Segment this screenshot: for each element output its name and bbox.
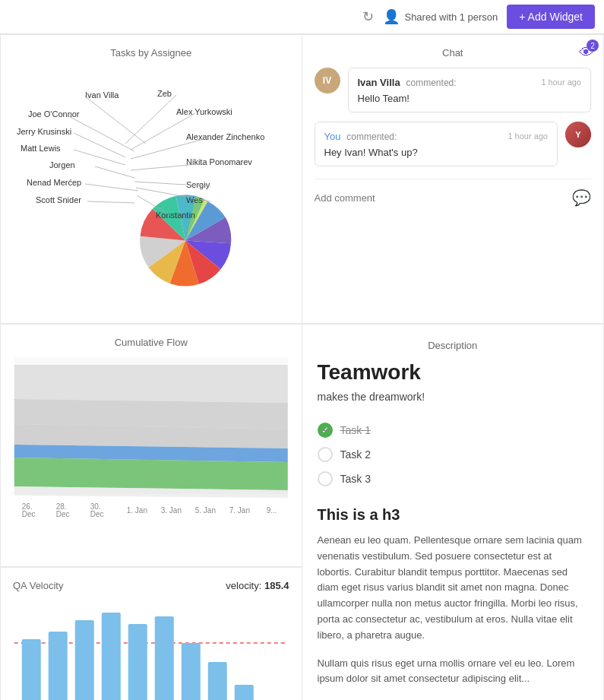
svg-text:1. Jan: 1. Jan [127,506,147,515]
task-item-3: Task 3 [318,467,589,491]
chat-panel-title: Chat [315,47,592,59]
task-check-1[interactable]: ✓ [318,423,333,438]
svg-text:7. Jan: 7. Jan [229,506,250,515]
svg-line-6 [87,201,134,203]
svg-text:Dec: Dec [22,510,36,517]
chat-eye-badge: 👁 2 [579,44,594,62]
tasks-panel-title: Tasks by Assignee [13,47,289,59]
comment-icon: 💬 [572,188,591,207]
svg-rect-28 [49,632,68,700]
shared-badge: 👤 Shared with 1 person [383,8,498,25]
label-scott: Scott Snider [36,195,81,204]
task-label-3: Task 3 [340,473,371,485]
svg-rect-33 [182,643,201,700]
desc-panel: Description Teamwork makes the dreamwork… [302,324,605,700]
velocity-title: QA Velocity [13,580,63,591]
message-text-1: Hello Team! [358,93,582,104]
svg-rect-27 [22,639,41,700]
velocity-header: QA Velocity velocity: 185.4 [13,580,289,591]
label-nikita: Nikita Ponomarev [186,157,252,166]
chat-message-1: IV Ivan Villa commented: 1 hour ago Hell… [315,68,592,112]
message-text-2: Hey Ivan! What's up? [324,147,549,158]
chat-message-2: You commented: 1 hour ago Hey Ivan! What… [315,122,592,166]
label-jerry: Jerry Krusinski [17,127,71,136]
svg-line-8 [131,113,195,150]
svg-line-0 [85,97,146,144]
svg-rect-29 [75,620,94,700]
svg-line-1 [66,115,134,151]
desc-body-1: Aenean eu leo quam. Pellentesque ornare … [318,533,589,644]
svg-rect-32 [155,616,174,700]
svg-line-3 [74,150,125,165]
message-bubble-2: You commented: 1 hour ago Hey Ivan! What… [315,122,558,166]
label-ivan: Ivan Villa [85,90,119,100]
label-alex-y: Alex Yurkowski [176,107,232,116]
velocity-panel: QA Velocity velocity: 185.4 [0,567,302,700]
label-nenad: Nenad Merćep [27,178,81,187]
label-joe: Joe O'Connor [28,109,80,119]
avatar-ivan: IV [315,68,340,93]
pie-chart [128,184,242,298]
label-sergiy: Sergiy [186,180,210,189]
add-comment-input[interactable] [315,192,565,204]
top-bar: ↻ 👤 Shared with 1 person + Add Widget [0,0,604,34]
svg-line-9 [131,138,207,159]
svg-rect-34 [208,662,227,700]
label-zeb: Zeb [157,89,172,98]
desc-body-2: Nullam quis risus eget urna mollis ornar… [318,656,589,688]
message-author-2: You [324,131,341,142]
tasks-panel: Tasks by Assignee [0,34,302,324]
desc-subtitle: makes the dreamwork! [318,391,589,403]
svg-text:5. Jan: 5. Jan [195,506,216,515]
svg-line-4 [95,166,134,178]
eye-icon-wrapper: 👁 2 [579,44,594,62]
svg-line-2 [74,133,125,157]
message-commented-1: commented: [406,78,457,88]
message-author-1: Ivan Villa [358,77,400,88]
main-grid: Tasks by Assignee [0,34,604,700]
add-widget-button[interactable]: + Add Widget [507,5,595,29]
chat-messages: IV Ivan Villa commented: 1 hour ago Hell… [315,68,592,166]
shared-label: Shared with 1 person [404,11,498,23]
label-wes: Wes [186,195,203,204]
message-time-2: 1 hour ago [508,131,548,141]
velocity-number: 185.4 [264,580,289,591]
svg-line-7 [125,95,176,144]
velocity-label: velocity: [226,580,261,591]
message-bubble-1: Ivan Villa commented: 1 hour ago Hello T… [348,68,592,112]
task-item-2: Task 2 [318,442,589,467]
task-label-2: Task 2 [340,448,371,461]
velocity-value: velocity: 185.4 [226,580,289,591]
svg-rect-31 [128,624,147,700]
pie-chart-area: Ivan Villa Joe O'Connor Jerry Krusinski … [13,68,289,311]
refresh-icon[interactable]: ↻ [362,8,374,25]
velocity-svg [13,597,289,700]
task-check-2[interactable] [318,447,333,462]
svg-text:Dec: Dec [56,510,70,517]
task-list: ✓ Task 1 Task 2 Task 3 [318,418,589,491]
message-time-1: 1 hour ago [541,78,581,87]
cumflow-chart: 26. Dec 28. Dec 30. Dec 1. Jan 3. Jan 5.… [13,357,289,524]
svg-text:3. Jan: 3. Jan [161,506,182,515]
svg-text:9...: 9... [267,506,277,515]
avatar-you: Y [565,122,591,147]
label-jorgen: Jorgen [49,160,75,169]
label-alexander: Alexander Zinchenko [186,132,264,141]
cumflow-svg: 26. Dec 28. Dec 30. Dec 1. Jan 3. Jan 5.… [13,357,289,517]
desc-h3: This is a h3 [318,506,589,524]
cumflow-title: Cumulative Flow [13,337,289,348]
message-commented-2: commented: [346,131,397,142]
bar-chart [13,597,289,700]
task-label-1: Task 1 [340,424,371,436]
svg-rect-30 [102,613,121,700]
cumflow-panel: Cumulative Flow 26. Dec 28. [0,324,302,567]
task-item-1: ✓ Task 1 [318,418,589,442]
message-header-1: Ivan Villa commented: 1 hour ago [358,76,582,88]
chat-panel: Chat 👁 2 IV Ivan Villa commented: 1 hour… [302,34,605,324]
svg-text:Dec: Dec [90,510,104,517]
desc-panel-title: Description [318,340,589,351]
person-icon: 👤 [383,8,400,25]
message-header-2: You commented: 1 hour ago [324,130,549,142]
svg-rect-35 [235,685,254,700]
task-check-3[interactable] [318,471,333,486]
